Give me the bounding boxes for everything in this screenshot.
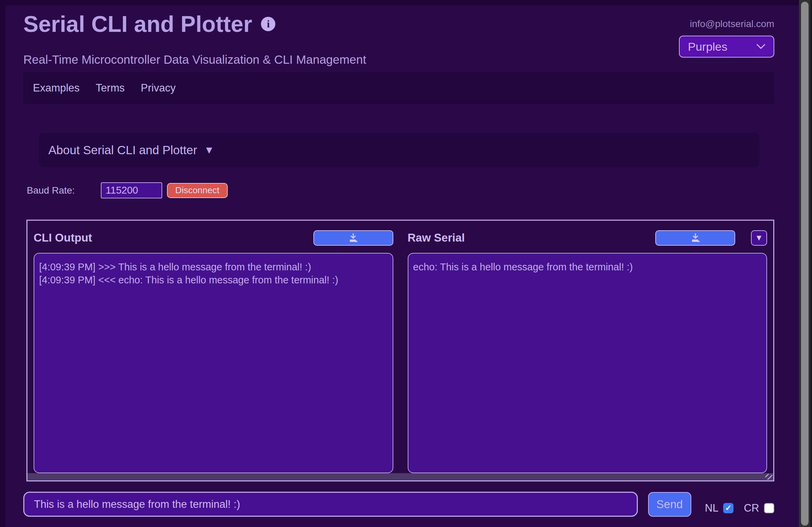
terminal-panels-body: CLI Output [4 xyxy=(27,221,773,473)
nl-checkbox[interactable]: ✓ xyxy=(723,503,733,513)
nav-link-privacy[interactable]: Privacy xyxy=(141,82,176,94)
collapse-caret-icon: ▼ xyxy=(755,233,763,243)
nav-link-examples[interactable]: Examples xyxy=(33,82,80,94)
raw-serial-title: Raw Serial xyxy=(408,231,465,244)
baud-rate-label: Baud Rate: xyxy=(27,185,75,196)
cr-checkbox[interactable] xyxy=(764,503,774,513)
app-page: Serial CLI and Plotter i Real-Time Micro… xyxy=(5,5,799,527)
line-ending-options: NL ✓ CR xyxy=(705,502,774,514)
page-vertical-scrollbar[interactable] xyxy=(799,0,812,527)
disconnect-button[interactable]: Disconnect xyxy=(167,183,228,198)
nav-link-terms[interactable]: Terms xyxy=(96,82,124,94)
about-label: About Serial CLI and Plotter xyxy=(48,143,197,157)
collapse-caret-icon: ▼ xyxy=(204,144,214,156)
cr-label: CR xyxy=(744,502,759,514)
resize-grip-icon[interactable] xyxy=(765,474,772,480)
cli-download-button[interactable] xyxy=(313,230,393,246)
contact-email: info@plotserial.com xyxy=(690,19,774,29)
header: Serial CLI and Plotter i Real-Time Micro… xyxy=(23,5,774,66)
cli-output-terminal[interactable]: [4:09:39 PM] >>> This is a hello message… xyxy=(34,253,393,473)
raw-download-button[interactable] xyxy=(655,230,735,246)
raw-serial-header: Raw Serial xyxy=(408,221,767,253)
baud-rate-input[interactable] xyxy=(101,182,162,198)
raw-serial-terminal[interactable]: echo: This is a hello message from the t… xyxy=(408,253,767,473)
chevron-down-icon xyxy=(756,44,765,49)
scrollbar-thumb[interactable] xyxy=(801,2,809,526)
info-icon[interactable]: i xyxy=(261,17,275,31)
download-icon xyxy=(690,233,701,243)
raw-collapse-button[interactable]: ▼ xyxy=(751,230,767,246)
about-collapsible-header[interactable]: About Serial CLI and Plotter ▼ xyxy=(39,133,760,167)
nav-bar: Examples Terms Privacy xyxy=(23,72,774,104)
connection-controls: Baud Rate: Disconnect xyxy=(23,182,774,198)
download-icon xyxy=(348,233,359,243)
send-button[interactable]: Send xyxy=(648,492,691,517)
raw-serial-panel: Raw Serial xyxy=(408,221,767,473)
terminal-panels-container: CLI Output [4 xyxy=(26,220,774,481)
theme-select[interactable]: Purples xyxy=(679,36,774,58)
send-row: Send NL ✓ CR xyxy=(23,492,774,517)
raw-serial-header-buttons: ▼ xyxy=(655,230,767,246)
panels-horizontal-scrollbar[interactable] xyxy=(27,473,773,480)
page-title-text: Serial CLI and Plotter xyxy=(23,11,252,37)
page-title: Serial CLI and Plotter i xyxy=(23,11,366,37)
header-right: info@plotserial.com Purples xyxy=(679,11,774,66)
cli-output-title: CLI Output xyxy=(34,231,92,244)
cli-output-panel: CLI Output [4 xyxy=(34,221,393,473)
cli-output-header: CLI Output xyxy=(34,221,393,253)
theme-select-value: Purples xyxy=(688,40,727,53)
header-left: Serial CLI and Plotter i Real-Time Micro… xyxy=(23,11,366,66)
page-subtitle: Real-Time Microcontroller Data Visualiza… xyxy=(23,53,366,66)
nl-label: NL xyxy=(705,502,719,514)
message-input[interactable] xyxy=(23,492,638,517)
